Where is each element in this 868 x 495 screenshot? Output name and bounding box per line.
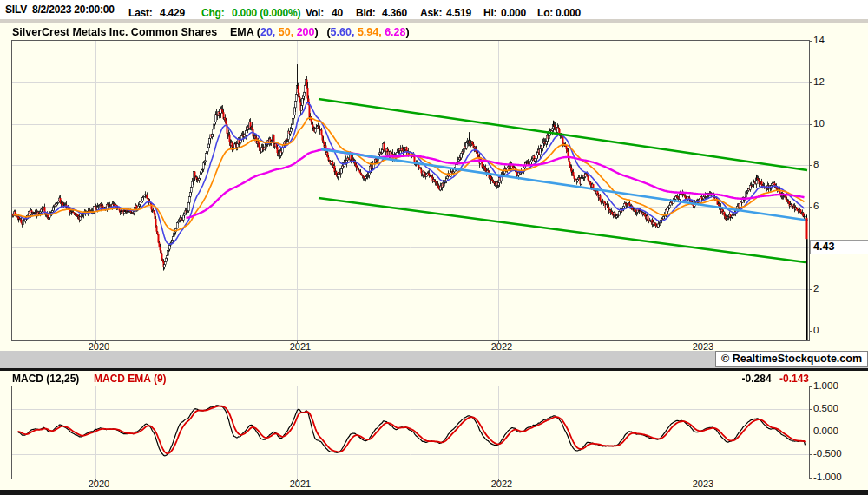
main-y-axis-label: 8 — [813, 159, 819, 169]
ema-value: 5.94, — [358, 26, 385, 38]
quote-datetime: 8/2/2023 20:00:00 — [32, 3, 115, 16]
ema-value: 5.60, — [331, 26, 358, 38]
main-y-axis-label: 2 — [813, 283, 819, 294]
quote-field-label: Hi: — [483, 7, 496, 19]
quote-field-label: Chg: — [201, 7, 225, 19]
quote-field-value: 4.429 — [160, 7, 185, 19]
macd-indicator-label: MACD (12,25) — [12, 373, 79, 385]
bottom-border-strip — [0, 490, 868, 495]
ema-legend-paren: ) — [406, 26, 410, 38]
instrument-name: SilverCrest Metals Inc. Common Shares — [12, 26, 217, 38]
quote-field-value: 4.519 — [446, 7, 471, 19]
macd-panel — [0, 371, 868, 490]
main-chart-panel — [0, 23, 868, 351]
quote-field-value: 4.360 — [382, 7, 407, 19]
main-y-axis-label: 14 — [813, 35, 825, 45]
macd-y-axis-label: -1.000 — [813, 472, 842, 482]
macd-y-axis-label: -0.500 — [813, 448, 842, 459]
quote-field-label: Last: — [128, 7, 153, 19]
quote-field-label: Ask: — [420, 7, 442, 19]
macd-x-axis-label: 2021 — [281, 478, 319, 489]
quote-field-value: 0.000 — [501, 7, 526, 19]
last-price-box: 4.43 — [810, 240, 868, 254]
ema-period: 50, — [279, 26, 297, 38]
main-x-axis-label: 2022 — [483, 341, 521, 352]
quote-field-value: 0.000 — [556, 7, 581, 19]
ema-period: 20, — [260, 26, 279, 38]
macd-signal-label: MACD EMA (9) — [94, 373, 167, 385]
macd-x-axis-label: 2022 — [483, 478, 521, 489]
ema-legend-paren: ) ( — [315, 26, 331, 38]
main-y-axis-label: 6 — [813, 201, 819, 211]
macd-current-values: -0.284 -0.143 — [742, 373, 809, 385]
quote-field-label: Vol: — [306, 7, 324, 19]
watermark: © RealtimeStockquote.com — [715, 351, 868, 367]
macd-current-value: -0.284 — [742, 373, 772, 385]
ema-period: 200 — [297, 26, 315, 38]
quote-field-label: Lo: — [537, 7, 553, 19]
macd-x-axis-label: 2023 — [684, 478, 722, 489]
main-y-axis-label: 12 — [813, 76, 825, 87]
ema-value: 6.28 — [385, 26, 405, 38]
macd-x-axis-label: 2020 — [80, 478, 118, 489]
quote-field-value: 40 — [332, 7, 343, 19]
ticker-symbol: SILV — [5, 3, 27, 16]
ema-legend: EMA (20, 50, 200) (5.60, 5.94, 6.28) — [230, 26, 410, 38]
macd-y-axis-label: 0.500 — [813, 403, 838, 413]
ema-legend-prefix: EMA ( — [230, 26, 260, 38]
quote-field-label: Bid: — [356, 7, 376, 19]
main-y-axis-label: 0 — [813, 325, 819, 335]
macd-y-axis-label: 1.000 — [813, 380, 838, 391]
main-x-axis-label: 2021 — [281, 341, 319, 352]
macd-signal-current-value: -0.143 — [779, 373, 809, 385]
quote-field-value: 0.000 (0.000%) — [232, 7, 300, 19]
macd-y-axis-label: 0.000 — [813, 426, 838, 436]
main-y-axis-label: 10 — [813, 118, 825, 129]
main-x-axis-label: 2020 — [80, 341, 118, 352]
